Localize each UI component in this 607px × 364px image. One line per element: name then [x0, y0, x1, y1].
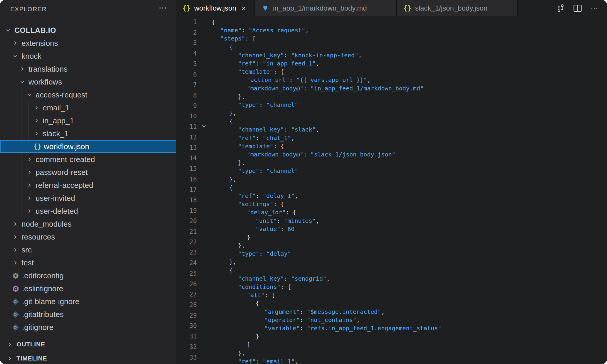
tree-item-label: .gitignore	[22, 323, 53, 332]
tree-item-label: in_app_1	[43, 116, 74, 125]
tree-item-label: .gitattributes	[22, 310, 64, 319]
tree-item-comment-created[interactable]: comment-created	[0, 153, 176, 166]
chevron-right-icon	[26, 169, 33, 176]
tree-item-node-modules[interactable]: node_modules	[0, 218, 176, 230]
chevron-right-icon	[6, 341, 13, 348]
code-line: "unit": "minutes",	[212, 217, 441, 225]
tree-item-label: email_1	[43, 103, 69, 112]
chevron-right-icon	[33, 104, 40, 111]
chevron-right-icon	[12, 259, 19, 266]
tree-item-knock[interactable]: knock	[0, 50, 176, 63]
code-line: {	[212, 43, 441, 51]
gear-icon	[12, 272, 19, 279]
tree-item--editorconfig[interactable]: .editorconfig	[0, 269, 176, 282]
tree-item-label: workflow.json	[44, 142, 89, 151]
sidebar-more-actions-icon[interactable]: ⋯	[159, 3, 167, 13]
chevron-right-icon	[19, 65, 26, 73]
chevron-right-icon	[26, 156, 33, 163]
code-content: {"name": "Access request","steps": [{"ch…	[212, 18, 441, 364]
tree-item-workflow-json[interactable]: {}workflow.json	[0, 140, 176, 153]
tree-item--gitattributes[interactable]: .gitattributes	[0, 308, 176, 321]
tree-item-label: node_modules	[21, 220, 72, 229]
fold-chevron-icon[interactable]	[201, 123, 209, 131]
tree-item-extensions[interactable]: extensions	[0, 37, 176, 50]
line-number: 30	[176, 321, 197, 331]
tree-item-in-app-1[interactable]: in_app_1	[0, 114, 176, 127]
tree-item-label: src	[21, 245, 32, 255]
panel-outline[interactable]: OUTLINE	[0, 337, 176, 351]
code-line: "action_url": "{{ vars.app_url }}",	[212, 76, 441, 84]
tree-item-test[interactable]: test	[0, 256, 176, 269]
chevron-right-icon	[26, 182, 33, 189]
tree-item-workflows[interactable]: workflows	[0, 75, 176, 88]
line-number: 10	[176, 111, 197, 122]
tab-in-app-1-markdown-body-md[interactable]: in_app_1/markdown_body.md	[255, 0, 397, 16]
tab-label: in_app_1/markdown_body.md	[273, 4, 367, 12]
code-line: "steps": [	[212, 34, 441, 43]
tree-item-collab-io[interactable]: COLLAB.IO	[0, 24, 176, 37]
close-tab-icon[interactable]: ×	[240, 4, 247, 13]
tab-slack-1-json-body-json[interactable]: {}slack_1/json_body.json	[397, 0, 518, 16]
split-editor-icon[interactable]	[573, 4, 582, 13]
tree-item-translations[interactable]: translations	[0, 63, 176, 75]
chevron-right-icon	[12, 246, 19, 253]
code-line: "variable": "refs.in_app_feed_1.engageme…	[212, 324, 441, 332]
code-line: "markdown_body@": "in_app_feed_1/markdow…	[212, 84, 441, 92]
tree-item--eslintignore[interactable]: .eslintignore	[0, 282, 176, 295]
code-line: "all": [	[212, 291, 441, 299]
line-number: 19	[176, 206, 197, 216]
tree-item-password-reset[interactable]: password-reset	[0, 166, 176, 179]
line-number: 28	[176, 300, 197, 311]
code-line: "template": {	[212, 142, 441, 150]
line-number: 21	[176, 227, 197, 237]
code-line: {	[212, 117, 441, 125]
line-number: 32	[176, 342, 197, 353]
tab-workflow-json[interactable]: {}workflow.json×	[176, 0, 255, 16]
compare-changes-icon[interactable]	[556, 4, 565, 13]
tree-item-label: password-reset	[36, 168, 88, 177]
tree-item-user-deleted[interactable]: user-deleted	[0, 205, 176, 218]
tree-item--gitignore[interactable]: .gitignore	[0, 321, 176, 334]
code-line: "channel_key": "slack",	[212, 125, 441, 134]
code-line: "ref": "email_1",	[212, 357, 441, 364]
code-editor[interactable]: 1234567891011121314151617181920212223242…	[176, 16, 607, 364]
tree-item-email-1[interactable]: email_1	[0, 101, 176, 114]
tree-item-user-invited[interactable]: user-invited	[0, 192, 176, 205]
line-number: 26	[176, 279, 197, 290]
line-number: 14	[176, 153, 197, 164]
tree-item-src[interactable]: src	[0, 243, 176, 256]
line-number: 17	[176, 185, 197, 195]
git-file-icon	[12, 323, 19, 331]
json-braces-icon: {}	[33, 143, 41, 150]
code-line: },	[212, 92, 441, 101]
panel-timeline[interactable]: TIMELINE	[0, 351, 176, 364]
tree-item-slack-1[interactable]: slack_1	[0, 127, 176, 140]
chevron-down-icon	[19, 78, 26, 85]
git-file-icon	[12, 298, 19, 305]
code-line: ]	[212, 341, 441, 349]
tree-item-label: extensions	[21, 39, 58, 48]
eslint-file-icon	[12, 285, 19, 292]
line-number: 12	[176, 132, 197, 143]
code-line: "channel_key": "knock-in-app-feed",	[212, 51, 441, 59]
line-number: 18	[176, 195, 197, 206]
tree-item--git-blame-ignore[interactable]: .git-blame-ignore	[0, 295, 176, 308]
tree-item-referral-accepted[interactable]: referral-accepted	[0, 179, 176, 192]
chevron-down-icon	[26, 91, 33, 98]
tree-item-resources[interactable]: resources	[0, 230, 176, 243]
tree-item-label: .eslintignore	[22, 284, 63, 293]
chevron-right-icon	[12, 40, 19, 47]
code-line: "argument": "$message.interacted",	[212, 308, 441, 316]
code-line: "ref": "delay_1",	[212, 192, 441, 200]
code-line: {	[212, 299, 441, 307]
tree-item-access-request[interactable]: access-request	[0, 88, 176, 101]
more-actions-icon[interactable]: ⋯	[590, 4, 599, 13]
line-number: 29	[176, 311, 197, 321]
editor-tab-bar: {}workflow.json×in_app_1/markdown_body.m…	[176, 0, 607, 16]
code-line: }	[212, 233, 441, 241]
code-line: "value": 60	[212, 225, 441, 233]
file-tree: COLLAB.IOextensionsknocktranslationswork…	[0, 24, 176, 334]
vscode-window: EXPLORER ⋯ COLLAB.IOextensionsknocktrans…	[0, 0, 607, 364]
tree-item-label: user-deleted	[36, 207, 78, 216]
tree-item-label: knock	[21, 52, 41, 61]
